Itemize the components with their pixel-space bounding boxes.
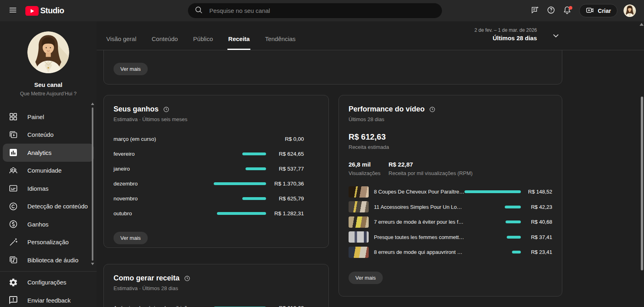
page-scroll-up-arrow[interactable]	[640, 23, 644, 26]
metric-value: R$ 1.370,36	[272, 181, 304, 187]
video-thumbnail	[349, 186, 369, 198]
sidebar-item-ganhos[interactable]: Ganhos	[3, 215, 94, 233]
metric-label: outubro	[114, 210, 214, 216]
date-range-text: 2 de fev. – 1 de mar. de 2026 Últimos 28…	[475, 27, 537, 41]
bar-track	[464, 236, 521, 239]
tab-visao-geral[interactable]: Visão geral	[105, 35, 137, 50]
create-button[interactable]: Criar	[579, 4, 617, 17]
date-range-label: Últimos 28 dias	[475, 35, 537, 41]
performance-stats: 26,8 mil Visualizações R$ 22,87 Receita …	[349, 161, 552, 176]
video-row[interactable]: 11 Accessoires Simples Pour Un Look ...R…	[349, 200, 552, 215]
see-more-button[interactable]: Ver mais	[114, 232, 148, 244]
account-avatar[interactable]	[623, 4, 636, 17]
metric-bar	[214, 182, 266, 185]
bar-track	[464, 251, 521, 253]
help-icon	[547, 6, 555, 16]
video-title: Presque toutes les femmes commette...	[374, 234, 464, 240]
sidebar-item-painel[interactable]: Painel	[3, 108, 94, 126]
card-top-partial: Ver mais	[103, 50, 562, 84]
page-scrollbar[interactable]	[641, 97, 643, 270]
bar-track	[214, 197, 266, 200]
tab-publico[interactable]: Público	[192, 35, 214, 50]
sidebar-item-configuracoes[interactable]: Configurações	[3, 274, 94, 292]
clock-icon	[163, 106, 169, 113]
video-row[interactable]: 7 erreurs de mode à éviter pour les fem.…	[349, 214, 552, 230]
sidebar-item-idiomas[interactable]: Idiomas	[3, 179, 94, 198]
see-more-button[interactable]: Ver mais	[114, 63, 148, 75]
metric-label: janeiro	[114, 166, 214, 172]
revenue-bar	[507, 236, 521, 239]
bar-track	[214, 182, 266, 185]
search-icon	[194, 6, 203, 16]
video-rows: 8 Coupes De Cheveux Pour Paraître Plu...…	[349, 184, 552, 260]
search-input[interactable]	[209, 7, 436, 14]
help-button[interactable]	[544, 4, 558, 18]
sidebar-item-label: Enviar feedback	[27, 297, 71, 304]
sidebar-scroll-up-arrow[interactable]	[91, 103, 94, 105]
bar-track	[214, 167, 266, 170]
bar-track	[214, 152, 266, 155]
channel-header: Seu canal Que Mettre Aujourd’Hui ?	[0, 21, 97, 97]
sidebar-item-label: Comunidade	[27, 167, 62, 174]
date-range-selector[interactable]: 2 de fev. – 1 de mar. de 2026 Últimos 28…	[475, 27, 560, 41]
create-label: Criar	[598, 8, 611, 14]
video-title: 11 Accessoires Simples Pour Un Look ...	[374, 204, 464, 210]
product-name: Studio	[40, 6, 64, 15]
bar-track	[464, 220, 521, 223]
earnings-row: dezembroR$ 1.370,36	[114, 176, 304, 191]
topbar: Studio Criar	[0, 0, 644, 21]
card-monetization: Como gerar receita Estimativa · Últimos …	[103, 264, 329, 307]
video-row[interactable]: 8 erreurs de mode qui appauvriront vot..…	[349, 245, 552, 260]
video-title: 8 Coupes De Cheveux Pour Paraître Plu...	[374, 189, 464, 195]
views-stat: 26,8 mil Visualizações	[349, 161, 380, 176]
sidebar-item-conteudo[interactable]: Conteúdo	[3, 126, 94, 144]
revenue-bar	[505, 206, 521, 208]
tab-tendencias[interactable]: Tendências	[264, 35, 296, 50]
metric-label: março (em curso)	[114, 136, 214, 142]
youtube-studio-logo[interactable]: Studio	[25, 6, 64, 16]
channel-subtitle: Que Mettre Aujourd’Hui ?	[0, 91, 97, 97]
earnings-rows: março (em curso)R$ 0,00fevereiroR$ 624,6…	[114, 132, 304, 221]
see-more-button[interactable]: Ver mais	[349, 272, 383, 284]
sidebar-item-comunidade[interactable]: Comunidade	[3, 162, 94, 180]
earnings-row: fevereiroR$ 624,65	[114, 146, 304, 161]
sidebar-item-deteccao-de-conteudo[interactable]: Detecção de conteúdo	[3, 198, 94, 216]
revenue-row: Anúncios de página de exibiçãoR$ 612,63	[114, 301, 304, 307]
tab-receita[interactable]: Receita	[227, 35, 250, 50]
video-row[interactable]: Presque toutes les femmes commette...R$ …	[349, 230, 552, 245]
sidebar-item-label: Personalização	[27, 239, 69, 245]
card-earnings: Seus ganhos Estimativa · Últimos seis me…	[103, 95, 329, 248]
analytics-icon	[8, 148, 18, 157]
monetization-icon	[8, 219, 18, 229]
metric-value: R$ 612,63	[272, 305, 304, 307]
video-thumbnail	[349, 201, 369, 212]
analytics-main: Visão geralConteúdoPúblicoReceitaTendênc…	[97, 21, 644, 307]
sidebar-menu: PainelConteúdoAnalyticsComunidadeIdiomas…	[0, 108, 97, 269]
revenue-rows: Anúncios de página de exibiçãoR$ 612,63	[114, 301, 304, 307]
search-bar[interactable]	[188, 3, 442, 18]
message-sparkle-icon	[530, 6, 539, 16]
video-row[interactable]: 8 Coupes De Cheveux Pour Paraître Plu...…	[349, 184, 552, 200]
sidebar-item-biblioteca-de-audio[interactable]: Biblioteca de áudio	[3, 251, 94, 269]
feedback-messages-button[interactable]	[528, 4, 542, 18]
sidebar-scroll-down-arrow[interactable]	[91, 263, 94, 265]
sidebar-scrollbar[interactable]	[92, 107, 93, 261]
card-title: Como gerar receita	[114, 274, 180, 282]
hamburger-icon	[8, 6, 17, 16]
date-range: 2 de fev. – 1 de mar. de 2026	[475, 27, 537, 33]
revenue-value: R$ 37,41	[526, 234, 552, 240]
channel-avatar[interactable]	[27, 31, 69, 73]
notifications-button[interactable]	[560, 4, 574, 18]
create-video-icon	[586, 6, 594, 16]
clock-icon	[184, 275, 190, 282]
sidebar-footer-menu: ConfiguraçõesEnviar feedback	[0, 274, 97, 307]
metric-label: dezembro	[114, 181, 214, 187]
bar-track	[464, 190, 521, 193]
community-icon	[8, 166, 18, 175]
menu-button[interactable]	[5, 3, 21, 19]
tab-conteudo[interactable]: Conteúdo	[151, 35, 179, 50]
sidebar-item-analytics[interactable]: Analytics	[3, 144, 94, 162]
sidebar-item-enviar-feedback[interactable]: Enviar feedback	[3, 291, 94, 307]
card-subtitle: Estimativa · Últimos seis meses	[114, 116, 304, 122]
sidebar-item-personalizacao[interactable]: Personalização	[3, 233, 94, 251]
